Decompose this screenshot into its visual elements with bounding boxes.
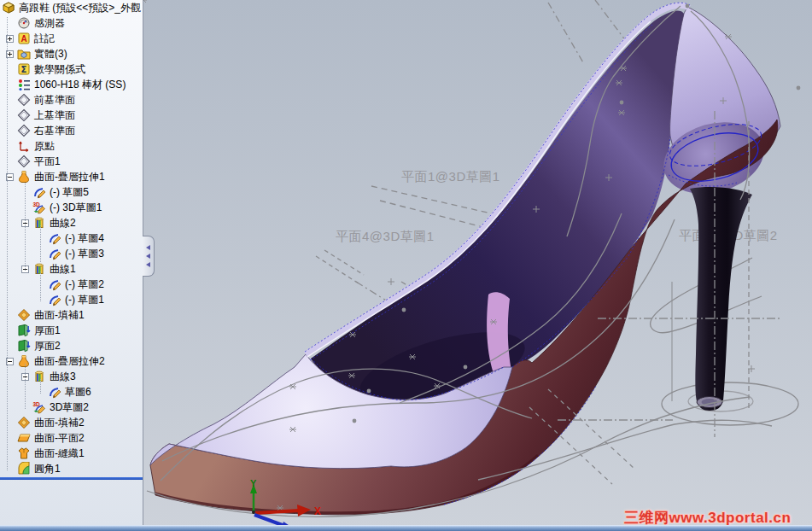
thicken-icon [17,339,31,353]
tree-item[interactable]: A 註記 [0,31,143,46]
graphics-viewport[interactable]: 平面2@3D草圖2 [143,0,812,531]
plane-annotation[interactable]: 平面4@3D草圖1 [336,229,435,243]
tree-item-label: 曲線3 [50,370,76,384]
tree-item[interactable]: 厚面1 [0,323,143,338]
part-icon [2,1,15,15]
rollback-bar[interactable] [0,477,143,480]
tree-item-label: (-) 3D草圖1 [50,201,102,215]
solid-bodies-folder-icon [17,47,31,61]
sketch-icon [48,293,61,306]
tree-item[interactable]: 感測器 [0,15,143,31]
tree-item[interactable]: (-) 草圖1 [0,292,143,307]
tree-item[interactable]: 曲面-填補1 [0,307,143,323]
tree-connector [25,183,26,271]
panel-splitter-tab[interactable] [143,236,155,277]
equations-icon: Σ [17,62,31,76]
tree-item-label: (-) 草圖3 [65,247,104,261]
tree-item[interactable]: 3D (-) 3D草圖1 [0,200,143,215]
tree-item[interactable]: 厚面2 [0,338,143,353]
curve-icon [32,370,46,383]
tree-item-label: 曲面-平面2 [34,431,85,446]
tree-item[interactable]: 曲線2 [0,215,143,230]
tree-item[interactable]: 曲線3 [0,369,143,384]
sketch-icon [48,231,61,245]
tree-item[interactable]: 高跟鞋 (預設<<預設>_外觀 [0,0,143,15]
tree-item[interactable]: Σ 數學關係式 [0,61,143,77]
tree-item[interactable]: 原點 [0,138,143,154]
surface-loft-icon [17,170,31,184]
tree-item-label: 上基準面 [34,108,75,123]
surface-loft-icon [17,354,31,368]
surface-fill-icon [17,416,31,429]
tree-item[interactable]: 上基準面 [0,108,143,123]
tree-item-label: 厚面2 [34,339,61,353]
surface-planar-icon [17,431,31,445]
y-axis-label: Y [250,478,257,488]
svg-text:3D: 3D [33,401,41,407]
tree-item[interactable]: 草圖6 [0,384,143,400]
tree-item[interactable]: (-) 草圖3 [0,246,143,261]
tree-item[interactable]: 3D 3D草圖2 [0,400,143,415]
tree-item[interactable]: 前基準面 [0,92,143,108]
thicken-icon [17,324,31,337]
tree-item-label: 實體(3) [34,47,67,61]
tree-item-label: 註記 [34,32,55,46]
solidworks-window: 高跟鞋 (預設<<預設>_外觀 感測器 A 註記 實體(3) Σ 數學關係式 1… [0,0,812,531]
tree-item[interactable]: (-) 草圖5 [0,184,143,200]
tree-item[interactable]: (-) 草圖2 [0,277,143,292]
material-icon [17,78,31,91]
tree-item[interactable]: 右基準面 [0,123,143,138]
tree-item-label: 曲線1 [50,262,76,277]
tree-item-label: 右基準面 [34,124,75,138]
plane-icon [17,155,31,168]
window-bottom-edge [0,525,812,531]
tree-item[interactable]: 曲面-疊層拉伸1 [0,169,143,184]
plane-annotation[interactable]: 平面1@3D草圖1 [401,169,500,184]
tree-item[interactable]: 1060-H18 棒材 (SS) [0,77,143,92]
tree-connector [7,17,8,470]
fillet-icon [17,462,31,476]
tree-item-label: 平面1 [34,155,61,169]
sketch-icon [48,247,61,260]
tree-item-label: 曲線2 [50,216,76,230]
tree-item[interactable]: 曲面-填補2 [0,415,143,430]
tree-item[interactable]: 平面1 [0,154,143,169]
annotations-icon: A [17,32,31,45]
tree-item[interactable]: 曲面-縫織1 [0,446,143,461]
tree-item-label: 1060-H18 棒材 (SS) [34,78,126,92]
tree-item-label: 曲面-縫織1 [34,446,85,461]
tree-item-label: 草圖6 [65,385,91,400]
x-axis-label: X [314,505,321,517]
tree-item[interactable]: 曲面-疊層拉伸2 [0,353,143,369]
collapse-arrow-icon [146,262,150,267]
shoe-3d-view[interactable]: 平面2@3D草圖2 [143,0,812,531]
surface-fill-icon [17,308,31,322]
origin-icon [17,139,31,153]
curve-icon [32,216,46,230]
sketch-icon [32,185,46,199]
tree-item-label: 數學關係式 [34,62,85,77]
tree-connector [40,225,41,262]
svg-text:3D: 3D [33,201,41,207]
tree-item-label: (-) 草圖1 [65,293,104,307]
tree-item-label: 厚面1 [34,324,61,338]
tree-item[interactable]: 曲線1 [0,261,143,277]
tree-item[interactable]: 圓角1 [0,461,143,476]
tree-connector [40,271,41,301]
tree-item-label: 曲面-疊層拉伸2 [34,354,105,369]
svg-text:Σ: Σ [21,65,27,74]
tree-item-label: 3D草圖2 [50,400,89,415]
tree-item[interactable]: 曲面-平面2 [0,430,143,446]
sketch-icon [48,385,61,399]
tree-item-label: 感測器 [34,16,65,31]
collapse-arrow-icon [146,254,150,259]
tree-item[interactable]: (-) 草圖4 [0,230,143,246]
tree-item-label: 曲面-填補1 [34,308,85,323]
tree-item-label: (-) 草圖2 [65,277,104,292]
tree-item-label: (-) 草圖4 [65,231,104,246]
sketch3d-icon: 3D [32,400,46,414]
feature-manager-panel: 高跟鞋 (預設<<預設>_外觀 感測器 A 註記 實體(3) Σ 數學關係式 1… [0,0,143,526]
sensors-icon [17,16,31,30]
tree-item[interactable]: 實體(3) [0,46,143,61]
tree-item-label: 圓角1 [34,462,61,476]
